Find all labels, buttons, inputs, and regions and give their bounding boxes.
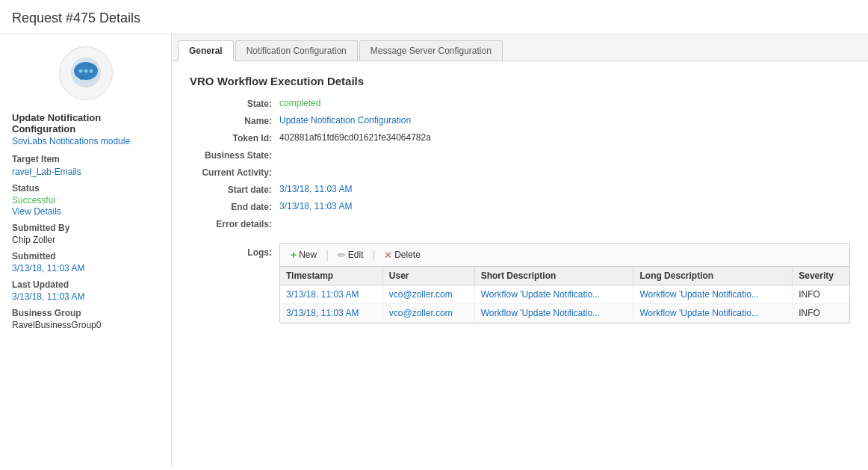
sidebar-last-updated-value: 3/13/18, 11:03 AM [12, 291, 159, 302]
main-layout: Update Notification Configuration SovLab… [0, 34, 868, 467]
col-header-timestamp: Timestamp [280, 267, 382, 285]
cell-long-description: Workflow 'Update Notificatio... [633, 304, 793, 323]
col-header-short-description: Short Description [474, 267, 633, 285]
detail-label-business-state: Business State: [190, 149, 279, 161]
cell-timestamp: 3/13/18, 11:03 AM [280, 304, 382, 323]
delete-button-label: Delete [394, 250, 421, 260]
sidebar-target-item-value[interactable]: ravel_Lab-Emails [12, 167, 81, 177]
sidebar-business-group-value: RavelBusinessGroup0 [12, 320, 159, 330]
col-header-user: User [382, 267, 474, 285]
logs-section: Logs: + New | ✏ Edit | [190, 243, 850, 324]
detail-label-state: State: [190, 98, 279, 109]
detail-label-error-details: Error details: [190, 218, 279, 229]
svg-point-4 [89, 69, 93, 72]
sidebar-submitted-value: 3/13/18, 11:03 AM [12, 263, 159, 273]
sidebar-view-details-link[interactable]: View Details [12, 206, 61, 217]
sidebar-icon-container [12, 46, 159, 100]
sidebar-target-item-label: Target Item [12, 154, 159, 164]
page-title: Request #475 Details [0, 0, 868, 34]
detail-row-start-date: Start date: 3/13/18, 11:03 AM [190, 184, 850, 195]
logs-label: Logs: [190, 243, 279, 258]
app-icon-circle [59, 46, 113, 100]
workflow-detail-table: State: completed Name: Update Notificati… [190, 98, 850, 229]
tab-notification-config[interactable]: Notification Configuration [235, 40, 358, 61]
detail-row-current-activity: Current Activity: [190, 167, 850, 178]
sidebar-submitted-by-label: Submitted By [12, 223, 159, 233]
cell-long-description: Workflow 'Update Notificatio... [633, 285, 793, 304]
col-header-severity: Severity [793, 267, 849, 285]
detail-label-start-date: Start date: [190, 184, 279, 195]
cell-user: vco@zoller.com [382, 304, 474, 323]
sidebar-business-group-label: Business Group [12, 308, 159, 318]
detail-value-end-date: 3/13/18, 11:03 AM [279, 201, 352, 211]
cell-user: vco@zoller.com [382, 285, 474, 304]
new-button-label: New [299, 250, 317, 260]
sidebar-submitted-by-value: Chip Zoller [12, 235, 159, 245]
detail-row-name: Name: Update Notification Configuration [190, 115, 850, 126]
detail-row-error-details: Error details: [190, 218, 850, 229]
logs-delete-button[interactable]: ✕ Delete [379, 248, 425, 262]
toolbar-divider-1: | [324, 249, 330, 261]
svg-point-2 [78, 69, 82, 72]
detail-row-end-date: End date: 3/13/18, 11:03 AM [190, 201, 850, 212]
sidebar-status-value: Successful [12, 195, 159, 205]
sidebar-status-label: Status [12, 183, 159, 194]
detail-row-business-state: Business State: [190, 149, 850, 161]
cell-timestamp: 3/13/18, 11:03 AM [280, 285, 382, 304]
detail-label-end-date: End date: [190, 201, 279, 212]
logs-table-header-row: Timestamp User Short Description Long De… [280, 267, 849, 285]
tab-message-server-config[interactable]: Message Server Configuration [359, 40, 503, 61]
table-row[interactable]: 3/13/18, 11:03 AM vco@zoller.com Workflo… [280, 304, 849, 323]
content-area: General Notification Configuration Messa… [172, 34, 868, 467]
detail-row-state: State: completed [190, 98, 850, 109]
cell-severity: INFO [793, 304, 849, 323]
logs-toolbar: + New | ✏ Edit | ✕ Delete [280, 244, 849, 267]
detail-row-token: Token Id: 402881af61fd69cd01621fe3406478… [190, 132, 850, 143]
toolbar-divider-2: | [371, 249, 377, 261]
detail-label-name: Name: [190, 115, 279, 126]
detail-value-state: completed [279, 98, 320, 108]
detail-value-start-date: 3/13/18, 11:03 AM [279, 184, 352, 194]
x-icon: ✕ [384, 250, 392, 261]
cell-severity: INFO [793, 285, 849, 304]
content-panel: VRO Workflow Execution Details State: co… [172, 61, 868, 337]
col-header-long-description: Long Description [633, 267, 793, 285]
plus-icon: + [291, 249, 297, 261]
detail-value-token: 402881af61fd69cd01621fe34064782a [279, 132, 431, 143]
chat-icon [69, 56, 102, 91]
cell-short-description: Workflow 'Update Notificatio... [474, 285, 633, 304]
logs-edit-button[interactable]: ✏ Edit [333, 248, 368, 262]
sidebar: Update Notification Configuration SovLab… [0, 34, 172, 467]
logs-table: Timestamp User Short Description Long De… [280, 267, 849, 323]
tab-general[interactable]: General [178, 40, 234, 61]
logs-new-button[interactable]: + New [286, 247, 321, 262]
logs-content: + New | ✏ Edit | ✕ Delete [279, 243, 850, 324]
svg-point-3 [84, 69, 87, 72]
detail-label-token: Token Id: [190, 132, 279, 143]
sidebar-last-updated-label: Last Updated [12, 279, 159, 290]
sidebar-submitted-label: Submitted [12, 251, 159, 262]
detail-label-current-activity: Current Activity: [190, 167, 279, 178]
sidebar-app-module[interactable]: SovLabs Notifications module [12, 136, 159, 146]
edit-button-label: Edit [348, 250, 364, 260]
pencil-icon: ✏ [338, 250, 346, 261]
workflow-section-title: VRO Workflow Execution Details [190, 75, 850, 87]
tabs-bar: General Notification Configuration Messa… [172, 34, 868, 61]
sidebar-app-name: Update Notification Configuration [12, 112, 159, 134]
cell-short-description: Workflow 'Update Notificatio... [474, 304, 633, 323]
detail-value-name[interactable]: Update Notification Configuration [279, 115, 411, 126]
table-row[interactable]: 3/13/18, 11:03 AM vco@zoller.com Workflo… [280, 285, 849, 304]
